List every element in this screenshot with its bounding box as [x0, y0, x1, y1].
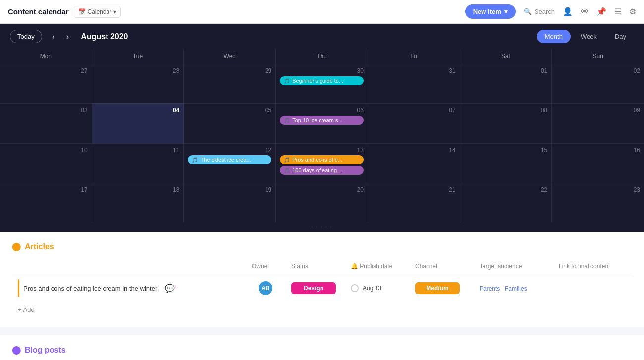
col-link-header: Link to final content [553, 259, 632, 274]
col-owner-header: Owner [246, 259, 285, 274]
cal-cell-15[interactable]: 15 [460, 143, 552, 183]
cal-cell-28[interactable]: 28 [92, 64, 184, 103]
cal-cell-09[interactable]: 09 [552, 103, 644, 143]
cal-cell-27[interactable]: 27 [0, 64, 92, 103]
calendar-dropdown-btn[interactable]: 📅 Calendar ▾ [74, 6, 121, 18]
chevron-down-icon: ▾ [113, 8, 116, 15]
channel-badge[interactable]: Medium [415, 282, 460, 294]
audience-link-families[interactable]: Families [505, 285, 527, 292]
tab-week[interactable]: Week [573, 30, 605, 43]
tab-month[interactable]: Month [537, 30, 571, 43]
app-title: Content calendar [8, 7, 69, 16]
pin-icon-btn[interactable]: 📌 [596, 7, 606, 16]
calendar: Mon Tue Wed Thu Fri Sat Sun 27 28 29 30 … [0, 49, 644, 232]
article-link-cell [553, 274, 632, 303]
tab-day[interactable]: Day [607, 30, 634, 43]
user-icon-btn[interactable]: 👤 [563, 7, 573, 16]
cal-cell-30[interactable]: 30 🎵 Beginner's guide to... [276, 64, 368, 103]
cal-cell-20[interactable]: 20 [276, 183, 368, 222]
cal-cell-23[interactable]: 23 [552, 183, 644, 222]
cal-cell-19[interactable]: 19 [184, 183, 276, 222]
calendar-grid: 27 28 29 30 🎵 Beginner's guide to... 31 … [0, 64, 644, 222]
top-nav-right: New Item ▾ 🔍 Search 👤 👁 📌 ☰ ⚙ [465, 4, 636, 19]
audience-link-parents[interactable]: Parents [480, 285, 500, 292]
articles-table: Owner Status 🔔 Publish date Channel Targ… [12, 259, 632, 302]
cal-cell-03[interactable]: 03 [0, 103, 92, 143]
event-pros-cons[interactable]: 🎵 Pros and cons of e... [280, 155, 364, 164]
cal-cell-31[interactable]: 31 [368, 64, 460, 103]
event-oldest-ice-cream[interactable]: 🎵 The oldest ice crea... [188, 155, 271, 164]
event-icon: 🎵 [284, 157, 290, 163]
cal-cell-22[interactable]: 22 [460, 183, 552, 222]
articles-section: ⬤ Articles Owner Status 🔔 Publish date C… [0, 232, 644, 327]
cal-cell-13[interactable]: 13 🎵 Pros and cons of e... 🎵 100 days of… [276, 143, 368, 183]
publish-date: Aug 13 [363, 285, 381, 292]
blog-posts-title: ⬤ Blog posts [12, 345, 632, 355]
event-100-days[interactable]: 🎵 100 days of eating ... [280, 166, 364, 175]
blog-posts-section-icon: ⬤ [12, 345, 21, 355]
article-date-cell: Aug 13 [345, 274, 409, 303]
cal-cell-17[interactable]: 17 [0, 183, 92, 222]
cal-cell-04[interactable]: 04 [92, 103, 184, 143]
eye-icon-btn[interactable]: 👁 [581, 7, 589, 16]
status-badge[interactable]: Design [291, 282, 336, 294]
article-owner-cell: AB [246, 274, 285, 303]
avatar: AB [259, 281, 272, 295]
cal-cell-06[interactable]: 06 🎵 Top 10 ice cream s... [276, 103, 368, 143]
cal-cell-12[interactable]: 12 🎵 The oldest ice crea... [184, 143, 276, 183]
notification-icon: 💬1 [165, 284, 177, 293]
day-mon: Mon [0, 49, 92, 64]
search-icon: 🔍 [524, 8, 532, 15]
chevron-down-icon: ▾ [504, 8, 508, 15]
day-fri: Fri [368, 49, 460, 64]
new-item-button[interactable]: New Item ▾ [465, 4, 516, 19]
cal-cell-02[interactable]: 02 [552, 64, 644, 103]
cal-cell-11[interactable]: 11 [92, 143, 184, 183]
cal-cell-01[interactable]: 01 [460, 64, 552, 103]
event-icon: 🎵 [284, 118, 290, 123]
top-nav: Content calendar 📅 Calendar ▾ New Item ▾… [0, 0, 644, 24]
col-date-header: 🔔 Publish date [345, 259, 409, 274]
event-beginners-guide[interactable]: 🎵 Beginner's guide to... [280, 76, 364, 85]
article-channel-cell[interactable]: Medium [409, 274, 474, 303]
event-top10-ice-cream[interactable]: 🎵 Top 10 ice cream s... [280, 116, 364, 125]
filter-icon-btn[interactable]: ☰ [614, 7, 621, 16]
cal-cell-16[interactable]: 16 [552, 143, 644, 183]
search-area[interactable]: 🔍 Search [524, 8, 555, 15]
event-icon: 🎵 [284, 168, 290, 173]
articles-title: ⬤ Articles [12, 242, 632, 251]
cal-cell-07[interactable]: 07 [368, 103, 460, 143]
drag-handle[interactable]: · · · · · [0, 222, 644, 232]
cal-cell-05[interactable]: 05 [184, 103, 276, 143]
table-row: Pros and cons of eating ice cream in the… [12, 274, 632, 303]
cal-cell-21[interactable]: 21 [368, 183, 460, 222]
col-status-header: Status [285, 259, 345, 274]
blog-posts-section: ⬤ Blog posts Owner Status 🔔 Publish date… [0, 335, 644, 360]
cal-cell-14[interactable]: 14 [368, 143, 460, 183]
cal-cell-29[interactable]: 29 [184, 64, 276, 103]
event-icon: 🎵 [284, 78, 290, 84]
day-headers: Mon Tue Wed Thu Fri Sat Sun [0, 49, 644, 64]
today-button[interactable]: Today [10, 30, 42, 43]
settings-icon-btn[interactable]: ⚙ [629, 7, 636, 16]
cal-cell-18[interactable]: 18 [92, 183, 184, 222]
cal-cell-08[interactable]: 08 [460, 103, 552, 143]
col-audience-header: Target audience [474, 259, 553, 274]
radio-circle[interactable] [351, 284, 359, 292]
day-thu: Thu [276, 49, 368, 64]
prev-month-button[interactable]: ‹ [50, 32, 56, 41]
articles-section-icon: ⬤ [12, 242, 21, 251]
day-tue: Tue [92, 49, 184, 64]
article-title: Pros and cons of eating ice cream in the… [23, 285, 157, 292]
view-tabs: Month Week Day [537, 30, 634, 43]
cal-cell-10[interactable]: 10 [0, 143, 92, 183]
add-article-row[interactable]: + Add [12, 302, 632, 317]
day-sun: Sun [552, 49, 644, 64]
day-sat: Sat [460, 49, 552, 64]
calendar-toolbar: Today ‹ › August 2020 Month Week Day [0, 24, 644, 49]
article-name-cell: Pros and cons of eating ice cream in the… [12, 274, 246, 303]
next-month-button[interactable]: › [64, 32, 71, 41]
article-indicator [18, 279, 19, 297]
article-status-cell[interactable]: Design [285, 274, 345, 303]
calendar-icon: 📅 [78, 8, 86, 15]
